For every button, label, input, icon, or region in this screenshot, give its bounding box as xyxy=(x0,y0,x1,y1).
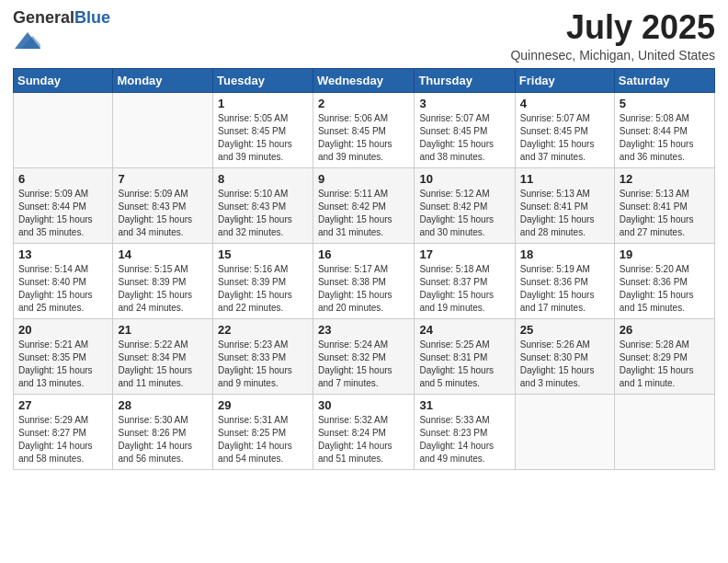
day-info: Sunrise: 5:18 AMSunset: 8:37 PMDaylight:… xyxy=(419,263,509,315)
day-info: Sunrise: 5:25 AMSunset: 8:31 PMDaylight:… xyxy=(419,339,509,390)
calendar-day-cell: 19Sunrise: 5:20 AMSunset: 8:36 PMDayligh… xyxy=(614,243,714,318)
day-info: Sunrise: 5:20 AMSunset: 8:36 PMDaylight:… xyxy=(620,263,710,315)
day-number: 25 xyxy=(520,323,609,337)
day-info: Sunrise: 5:33 AMSunset: 8:23 PMDaylight:… xyxy=(419,414,509,465)
day-info: Sunrise: 5:13 AMSunset: 8:41 PMDaylight:… xyxy=(520,188,609,239)
calendar-day-cell: 12Sunrise: 5:13 AMSunset: 8:41 PMDayligh… xyxy=(614,167,714,243)
day-number: 16 xyxy=(318,247,409,261)
day-info: Sunrise: 5:28 AMSunset: 8:29 PMDaylight:… xyxy=(620,339,710,390)
day-number: 30 xyxy=(318,398,409,412)
calendar-day-cell: 30Sunrise: 5:32 AMSunset: 8:24 PMDayligh… xyxy=(313,394,414,469)
day-info: Sunrise: 5:05 AMSunset: 8:45 PMDaylight:… xyxy=(218,112,308,164)
calendar-day-cell xyxy=(515,394,614,469)
day-number: 23 xyxy=(318,323,409,337)
day-number: 22 xyxy=(218,323,308,337)
day-number: 9 xyxy=(318,172,409,186)
calendar-day-cell: 14Sunrise: 5:15 AMSunset: 8:39 PMDayligh… xyxy=(113,243,213,318)
day-number: 26 xyxy=(620,323,710,337)
col-thursday: Thursday xyxy=(415,68,515,92)
calendar-week-row: 27Sunrise: 5:29 AMSunset: 8:27 PMDayligh… xyxy=(14,394,715,469)
day-number: 6 xyxy=(18,172,108,186)
calendar-day-cell: 2Sunrise: 5:06 AMSunset: 8:45 PMDaylight… xyxy=(313,92,414,167)
day-number: 17 xyxy=(419,247,509,261)
calendar-day-cell xyxy=(113,92,213,167)
day-number: 19 xyxy=(620,247,710,261)
calendar-day-cell: 28Sunrise: 5:30 AMSunset: 8:26 PMDayligh… xyxy=(113,394,213,469)
col-monday: Monday xyxy=(113,68,213,92)
calendar-week-row: 1Sunrise: 5:05 AMSunset: 8:45 PMDaylight… xyxy=(14,92,715,167)
day-number: 8 xyxy=(218,172,308,186)
calendar-day-cell: 31Sunrise: 5:33 AMSunset: 8:23 PMDayligh… xyxy=(415,394,515,469)
day-info: Sunrise: 5:07 AMSunset: 8:45 PMDaylight:… xyxy=(419,112,509,164)
day-number: 29 xyxy=(218,398,308,412)
calendar-day-cell: 17Sunrise: 5:18 AMSunset: 8:37 PMDayligh… xyxy=(415,243,515,318)
day-number: 2 xyxy=(318,97,409,110)
calendar-day-cell: 23Sunrise: 5:24 AMSunset: 8:32 PMDayligh… xyxy=(313,318,414,394)
logo-blue: Blue xyxy=(74,8,110,27)
calendar-day-cell: 15Sunrise: 5:16 AMSunset: 8:39 PMDayligh… xyxy=(213,243,313,318)
calendar-day-cell: 29Sunrise: 5:31 AMSunset: 8:25 PMDayligh… xyxy=(213,394,313,469)
day-info: Sunrise: 5:09 AMSunset: 8:44 PMDaylight:… xyxy=(18,188,108,239)
col-wednesday: Wednesday xyxy=(313,68,414,92)
day-number: 1 xyxy=(218,97,308,110)
logo: GeneralBlue xyxy=(13,9,110,57)
calendar-week-row: 20Sunrise: 5:21 AMSunset: 8:35 PMDayligh… xyxy=(14,318,715,394)
day-number: 31 xyxy=(419,398,509,412)
day-number: 21 xyxy=(118,323,208,337)
day-info: Sunrise: 5:29 AMSunset: 8:27 PMDaylight:… xyxy=(18,414,108,465)
day-info: Sunrise: 5:08 AMSunset: 8:44 PMDaylight:… xyxy=(620,112,710,164)
day-info: Sunrise: 5:24 AMSunset: 8:32 PMDaylight:… xyxy=(318,339,409,390)
calendar-day-cell: 20Sunrise: 5:21 AMSunset: 8:35 PMDayligh… xyxy=(14,318,113,394)
day-info: Sunrise: 5:07 AMSunset: 8:45 PMDaylight:… xyxy=(520,112,609,164)
day-info: Sunrise: 5:32 AMSunset: 8:24 PMDaylight:… xyxy=(318,414,409,465)
col-tuesday: Tuesday xyxy=(213,68,313,92)
calendar-day-cell: 8Sunrise: 5:10 AMSunset: 8:43 PMDaylight… xyxy=(213,167,313,243)
day-info: Sunrise: 5:23 AMSunset: 8:33 PMDaylight:… xyxy=(218,339,308,390)
calendar-day-cell: 1Sunrise: 5:05 AMSunset: 8:45 PMDaylight… xyxy=(213,92,313,167)
logo-general: General xyxy=(13,8,74,27)
day-info: Sunrise: 5:14 AMSunset: 8:40 PMDaylight:… xyxy=(18,263,108,315)
calendar-day-cell: 9Sunrise: 5:11 AMSunset: 8:42 PMDaylight… xyxy=(313,167,414,243)
day-info: Sunrise: 5:22 AMSunset: 8:34 PMDaylight:… xyxy=(118,339,208,390)
calendar-day-cell: 11Sunrise: 5:13 AMSunset: 8:41 PMDayligh… xyxy=(515,167,614,243)
calendar-day-cell: 21Sunrise: 5:22 AMSunset: 8:34 PMDayligh… xyxy=(113,318,213,394)
col-friday: Friday xyxy=(515,68,614,92)
calendar-day-cell: 22Sunrise: 5:23 AMSunset: 8:33 PMDayligh… xyxy=(213,318,313,394)
day-info: Sunrise: 5:30 AMSunset: 8:26 PMDaylight:… xyxy=(118,414,208,465)
calendar-day-cell: 7Sunrise: 5:09 AMSunset: 8:43 PMDaylight… xyxy=(113,167,213,243)
calendar-day-cell: 6Sunrise: 5:09 AMSunset: 8:44 PMDaylight… xyxy=(14,167,113,243)
day-number: 7 xyxy=(118,172,208,186)
day-number: 13 xyxy=(18,247,108,261)
calendar-day-cell: 18Sunrise: 5:19 AMSunset: 8:36 PMDayligh… xyxy=(515,243,614,318)
day-info: Sunrise: 5:19 AMSunset: 8:36 PMDaylight:… xyxy=(520,263,609,315)
day-info: Sunrise: 5:11 AMSunset: 8:42 PMDaylight:… xyxy=(318,188,409,239)
col-saturday: Saturday xyxy=(614,68,714,92)
calendar-day-cell: 10Sunrise: 5:12 AMSunset: 8:42 PMDayligh… xyxy=(415,167,515,243)
calendar-header-row: Sunday Monday Tuesday Wednesday Thursday… xyxy=(14,68,715,92)
day-number: 20 xyxy=(18,323,108,337)
day-number: 11 xyxy=(520,172,609,186)
calendar-day-cell: 4Sunrise: 5:07 AMSunset: 8:45 PMDaylight… xyxy=(515,92,614,167)
col-sunday: Sunday xyxy=(14,68,113,92)
day-info: Sunrise: 5:09 AMSunset: 8:43 PMDaylight:… xyxy=(118,188,208,239)
day-number: 18 xyxy=(520,247,609,261)
day-info: Sunrise: 5:15 AMSunset: 8:39 PMDaylight:… xyxy=(118,263,208,315)
day-number: 3 xyxy=(419,97,509,110)
calendar-day-cell: 3Sunrise: 5:07 AMSunset: 8:45 PMDaylight… xyxy=(415,92,515,167)
calendar-week-row: 6Sunrise: 5:09 AMSunset: 8:44 PMDaylight… xyxy=(14,167,715,243)
location: Quinnesec, Michigan, United States xyxy=(510,48,715,63)
calendar-day-cell: 5Sunrise: 5:08 AMSunset: 8:44 PMDaylight… xyxy=(614,92,714,167)
day-info: Sunrise: 5:31 AMSunset: 8:25 PMDaylight:… xyxy=(218,414,308,465)
day-number: 28 xyxy=(118,398,208,412)
calendar-day-cell: 16Sunrise: 5:17 AMSunset: 8:38 PMDayligh… xyxy=(313,243,414,318)
title-block: July 2025 Quinnesec, Michigan, United St… xyxy=(510,9,715,63)
calendar-day-cell: 26Sunrise: 5:28 AMSunset: 8:29 PMDayligh… xyxy=(614,318,714,394)
calendar-day-cell: 25Sunrise: 5:26 AMSunset: 8:30 PMDayligh… xyxy=(515,318,614,394)
calendar-day-cell: 24Sunrise: 5:25 AMSunset: 8:31 PMDayligh… xyxy=(415,318,515,394)
day-info: Sunrise: 5:10 AMSunset: 8:43 PMDaylight:… xyxy=(218,188,308,239)
calendar-day-cell xyxy=(614,394,714,469)
day-number: 10 xyxy=(419,172,509,186)
day-number: 14 xyxy=(118,247,208,261)
calendar-day-cell: 27Sunrise: 5:29 AMSunset: 8:27 PMDayligh… xyxy=(14,394,113,469)
calendar-week-row: 13Sunrise: 5:14 AMSunset: 8:40 PMDayligh… xyxy=(14,243,715,318)
